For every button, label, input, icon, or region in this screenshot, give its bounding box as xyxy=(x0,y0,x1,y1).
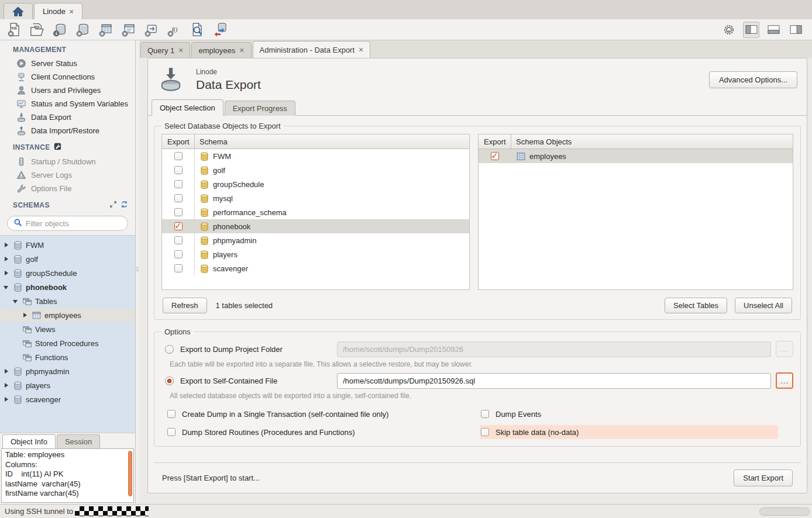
close-icon[interactable]: × xyxy=(69,8,74,16)
sidebar-item-server-logs[interactable]: Server Logs xyxy=(0,168,135,182)
checkbox-checked[interactable] xyxy=(174,222,183,230)
table-row-employees[interactable]: employees xyxy=(479,149,793,163)
chevron-down-icon[interactable] xyxy=(4,284,10,291)
checkbox-unchecked[interactable] xyxy=(174,166,183,174)
tab-export-progress[interactable]: Export Progress xyxy=(225,101,295,116)
refresh-schemas-icon[interactable] xyxy=(121,201,128,210)
connection-tab-linode[interactable]: Linode × xyxy=(34,3,82,19)
option-dump-events[interactable]: Dump Events xyxy=(480,407,793,421)
toggle-left-sidebar-icon[interactable] xyxy=(743,22,759,38)
chevron-right-icon[interactable] xyxy=(22,312,29,319)
checkbox-unchecked[interactable] xyxy=(174,152,183,160)
table-row-golf[interactable]: golf xyxy=(162,163,469,177)
checkbox-unchecked[interactable] xyxy=(167,428,176,436)
checkbox-unchecked[interactable] xyxy=(174,180,183,188)
chevron-right-icon[interactable] xyxy=(4,396,10,403)
tree-item-tables[interactable]: Tables xyxy=(0,294,135,308)
tab-object-info[interactable]: Object Info xyxy=(2,434,56,448)
chevron-right-icon[interactable] xyxy=(4,368,10,375)
sidebar-item-data-export[interactable]: Data Export xyxy=(0,110,135,124)
search-data-icon[interactable] xyxy=(188,22,205,38)
tree-item-functions[interactable]: Functions xyxy=(0,350,135,364)
create-view-icon[interactable] xyxy=(120,22,136,38)
table-row-scavenger[interactable]: scavenger xyxy=(162,261,469,275)
option-create-dump-in-a-single-transaction-self[interactable]: Create Dump in a Single Transaction (sel… xyxy=(166,407,480,421)
expand-schemas-icon[interactable] xyxy=(109,201,117,210)
chevron-right-icon[interactable] xyxy=(4,382,10,389)
checkbox-unchecked[interactable] xyxy=(174,208,183,216)
sidebar-item-users-and-privileges[interactable]: Users and Privileges xyxy=(0,84,135,97)
checkbox-unchecked[interactable] xyxy=(167,410,176,418)
tree-item-golf[interactable]: golf xyxy=(0,252,135,266)
table-row-phpmyadmin[interactable]: phpmyadmin xyxy=(162,233,469,247)
self-contained-path-input[interactable] xyxy=(337,373,771,389)
option-dump-stored-routines-procedures-and-func[interactable]: Dump Stored Routines (Procedures and Fun… xyxy=(166,425,480,439)
sidebar-item-startup-shutdown[interactable]: Startup / Shutdown xyxy=(0,155,135,168)
tab-employees[interactable]: employees× xyxy=(191,42,251,58)
checkbox-unchecked[interactable] xyxy=(174,194,183,202)
tab-administration-data-export[interactable]: Administration - Data Export× xyxy=(253,41,371,58)
tree-item-employees[interactable]: employees xyxy=(0,308,135,322)
tree-item-phpmyadmin[interactable]: phpmyadmin xyxy=(0,364,135,378)
close-icon[interactable]: × xyxy=(359,46,363,54)
sidebar-item-options-file[interactable]: Options File xyxy=(0,182,135,195)
sidebar-item-server-status[interactable]: Server Status xyxy=(0,57,135,70)
self-contained-radio[interactable] xyxy=(165,377,174,385)
schema-filter-input[interactable] xyxy=(26,219,129,228)
advanced-options-button[interactable]: Advanced Options... xyxy=(709,71,797,88)
checkbox-unchecked[interactable] xyxy=(481,410,489,418)
checkbox-unchecked[interactable] xyxy=(481,428,489,436)
tab-query-1[interactable]: Query 1× xyxy=(140,42,190,58)
home-tab[interactable] xyxy=(4,3,33,19)
open-sql-file-icon[interactable]: SQL xyxy=(29,22,45,38)
table-row-mysql[interactable]: mysql xyxy=(162,191,469,205)
table-row-phonebook[interactable]: phonebook xyxy=(162,219,469,233)
tree-item-groupschedule[interactable]: groupSchedule xyxy=(0,266,135,280)
sidebar-item-client-connections[interactable]: Client Connections xyxy=(0,70,135,84)
checkbox-unchecked[interactable] xyxy=(174,250,183,258)
refresh-button[interactable]: Refresh xyxy=(163,298,207,313)
checkbox-checked[interactable] xyxy=(491,152,499,160)
tree-item-fwm[interactable]: FWM xyxy=(0,238,135,252)
checkbox-unchecked[interactable] xyxy=(174,264,183,272)
chevron-right-icon[interactable] xyxy=(4,242,10,248)
sidebar-item-status-and-system-variables[interactable]: Status and System Variables xyxy=(0,97,135,110)
create-function-icon[interactable]: f() xyxy=(166,22,182,38)
close-icon[interactable]: × xyxy=(178,46,183,54)
toggle-bottom-panel-icon[interactable] xyxy=(765,22,782,38)
table-row-fwm[interactable]: FWM xyxy=(162,149,469,163)
inspect-database-icon[interactable]: i xyxy=(51,22,68,38)
start-export-button[interactable]: Start Export xyxy=(734,469,793,486)
horizontal-scrollbar-thumb[interactable] xyxy=(759,507,810,516)
select-tables-button[interactable]: Select Tables xyxy=(665,298,727,313)
chevron-right-icon[interactable] xyxy=(4,270,10,277)
table-row-groupschedule[interactable]: groupSchedule xyxy=(162,177,469,191)
gear-icon[interactable] xyxy=(721,22,737,38)
sidebar-splitter[interactable] xyxy=(136,40,139,504)
chevron-right-icon[interactable] xyxy=(4,256,10,263)
tree-item-phonebook[interactable]: phonebook xyxy=(0,280,135,294)
tab-session[interactable]: Session xyxy=(57,434,100,448)
tree-item-scavenger[interactable]: scavenger xyxy=(0,392,135,406)
table-row-players[interactable]: players xyxy=(162,247,469,261)
browse-folder-button[interactable]: ... xyxy=(776,341,793,357)
table-row-performance-schema[interactable]: performance_schema xyxy=(162,205,469,219)
new-query-tab-icon[interactable]: SQL xyxy=(6,22,22,38)
tree-item-stored-procedures[interactable]: Stored Procedures xyxy=(0,336,135,350)
scrollbar-thumb[interactable] xyxy=(128,451,132,496)
create-procedure-icon[interactable] xyxy=(143,22,159,38)
dump-folder-radio[interactable] xyxy=(165,345,174,354)
tab-object-selection[interactable]: Object Selection xyxy=(152,99,223,116)
sidebar-item-data-import-restore[interactable]: Data Import/Restore xyxy=(0,124,135,137)
toggle-right-sidebar-icon[interactable] xyxy=(787,22,804,38)
checkbox-unchecked[interactable] xyxy=(174,236,183,244)
chevron-down-icon[interactable] xyxy=(13,298,19,305)
create-table-icon[interactable] xyxy=(97,22,113,38)
tree-item-players[interactable]: players xyxy=(0,378,135,392)
reconnect-database-icon[interactable] xyxy=(211,22,228,38)
create-schema-icon[interactable] xyxy=(74,22,91,38)
close-icon[interactable]: × xyxy=(239,46,244,54)
unselect-all-button[interactable]: Unselect All xyxy=(735,298,792,313)
dump-folder-path-input[interactable] xyxy=(337,341,771,357)
option-skip-table-data-no-data-[interactable]: Skip table data (no-data) xyxy=(480,425,778,439)
